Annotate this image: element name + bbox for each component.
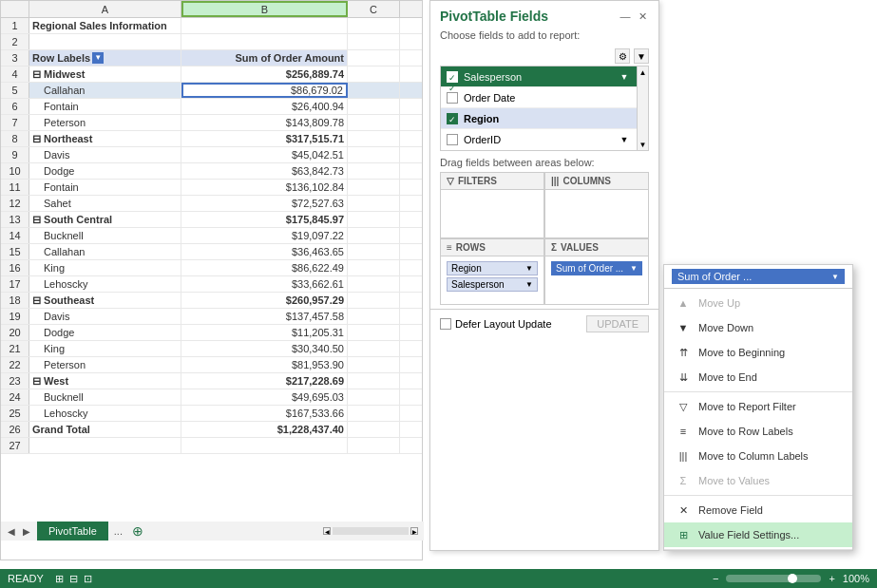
cm-value-field-settings[interactable]: ⊞ Value Field Settings... <box>664 522 852 547</box>
field-name-orderid: OrderID <box>464 134 618 145</box>
drag-text: Drag fields between areas below: <box>430 151 658 172</box>
value-field-settings-icon: ⊞ <box>676 527 691 542</box>
pivot-subtext: Choose fields to add to report: <box>430 28 658 47</box>
area-header-values: Σ VALUES <box>545 239 648 256</box>
area-header-rows: ≡ ROWS <box>441 239 543 256</box>
cm-move-down-label: Move Down <box>698 322 753 333</box>
row-labels-filter-icon[interactable]: ▼ <box>92 52 104 64</box>
remove-field-icon: ✕ <box>676 503 691 518</box>
col-header-b: B <box>181 1 348 17</box>
field-dropdown-orderid[interactable]: ▼ <box>618 133 631 146</box>
pivot-area-values: Σ VALUES Sum of Order ... ▼ <box>544 238 649 305</box>
rows-tag-region[interactable]: Region ▼ <box>447 261 538 275</box>
table-row: 4 ⊟ Midwest $256,889.74 <box>1 66 422 83</box>
table-row: 14 Bucknell $19,097.22 <box>1 228 422 244</box>
pivot-title: PivotTable Fields <box>440 9 548 24</box>
cm-move-up-label: Move Up <box>698 297 740 309</box>
status-zoom-in[interactable]: + <box>829 573 834 584</box>
pivot-areas: ▽ FILTERS ||| COLUMNS ≡ ROWS Region ▼ <box>440 172 649 305</box>
area-label-columns: COLUMNS <box>562 176 611 186</box>
col-header-a: A <box>29 1 181 17</box>
values-tag-sum[interactable]: Sum of Order ... ▼ <box>551 261 642 275</box>
field-region[interactable]: ✓ Region <box>441 108 637 129</box>
pivot-area-columns: ||| COLUMNS <box>544 172 649 238</box>
tab-nav: ◀ ▶ <box>1 524 37 538</box>
cm-remove-field[interactable]: ✕ Remove Field <box>664 498 852 522</box>
report-filter-icon: ▽ <box>676 399 691 414</box>
pivot-header-icons: — ✕ <box>619 9 649 23</box>
cm-move-beginning[interactable]: ⇈ Move to Beginning <box>664 340 852 365</box>
values-move-icon: Σ <box>676 473 691 488</box>
table-row: 15 Callahan $36,463.65 <box>1 244 422 260</box>
update-button[interactable]: UPDATE <box>586 315 649 332</box>
field-name-region: Region <box>464 113 631 124</box>
cm-move-to-values[interactable]: Σ Move to Values <box>664 468 852 493</box>
cm-move-up[interactable]: ▲ Move Up <box>664 291 852 315</box>
move-down-icon: ▼ <box>676 320 691 335</box>
minimize-icon[interactable]: — <box>619 9 632 23</box>
column-labels-icon: ||| <box>676 448 691 464</box>
scroll-left-btn[interactable]: ◀ <box>323 527 331 535</box>
cm-remove-field-label: Remove Field <box>698 504 763 516</box>
rows-tag-salesperson[interactable]: Salesperson ▼ <box>447 277 538 292</box>
field-name-salesperson: Salesperson <box>464 71 618 83</box>
table-row: 10 Dodge $63,842.73 <box>1 163 422 180</box>
table-row: 7 Peterson $143,809.78 <box>1 115 422 131</box>
gear-icon[interactable]: ⚙ <box>615 48 630 64</box>
cm-move-down[interactable]: ▼ Move Down <box>664 315 852 340</box>
close-icon[interactable]: ✕ <box>636 9 649 23</box>
pivot-area-filters: ▽ FILTERS <box>440 172 544 238</box>
defer-checkbox-box <box>440 318 451 330</box>
table-row: 9 Davis $45,042.51 <box>1 147 422 163</box>
cm-move-end[interactable]: ⇊ Move to End <box>664 365 852 389</box>
scroll-up-icon[interactable]: ▲ <box>638 66 648 78</box>
pivot-area-rows: ≡ ROWS Region ▼ Salesperson ▼ <box>440 238 544 305</box>
row-labels-icon: ≡ <box>676 424 691 439</box>
dropdown-icon[interactable]: ▼ <box>634 48 649 64</box>
cm-move-end-label: Move to End <box>698 371 757 383</box>
scroll-right-btn[interactable]: ▶ <box>410 527 418 535</box>
table-row: 20 Dodge $11,205.31 <box>1 325 422 341</box>
filter-icon: ▽ <box>447 176 454 186</box>
cm-move-to-row-labels[interactable]: ≡ Move to Row Labels <box>664 419 852 444</box>
status-zoom-out[interactable]: − <box>713 573 718 584</box>
tab-bar: ◀ ▶ PivotTable ... ⊕ ◀ ▶ <box>1 522 424 541</box>
tab-nav-right[interactable]: ▶ <box>20 524 33 538</box>
add-sheet-button[interactable]: ⊕ <box>132 523 143 539</box>
field-dropdown-salesperson[interactable]: ▼ <box>618 70 631 84</box>
pivot-bottom: Defer Layout Update UPDATE <box>430 309 658 338</box>
tab-nav-left[interactable]: ◀ <box>5 524 18 538</box>
area-label-rows: ROWS <box>456 242 486 253</box>
table-row: 17 Lehoscky $33,662.61 <box>1 276 422 293</box>
cm-field-tag[interactable]: Sum of Order ... ▼ <box>672 269 845 284</box>
table-row: 26 Grand Total $1,228,437.40 <box>1 422 422 438</box>
horizontal-scrollbar[interactable] <box>333 527 409 535</box>
area-header-filters: ▽ FILTERS <box>441 173 543 190</box>
defer-layout-update[interactable]: Defer Layout Update <box>440 318 552 330</box>
area-content-filters <box>441 190 543 198</box>
cm-move-to-column-labels[interactable]: ||| Move to Column Labels <box>664 444 852 468</box>
field-checkbox-orderid <box>447 134 458 145</box>
status-bar-right: − + 100% <box>713 573 869 584</box>
spreadsheet: A B C 1 Regional Sales Information 2 3 R… <box>0 0 423 560</box>
status-zoom-level: 100% <box>843 573 869 584</box>
tag-arrow-region: ▼ <box>525 264 533 273</box>
table-row: 13 ⊟ South Central $175,845.97 <box>1 212 422 228</box>
cm-section-actions: ✕ Remove Field ⊞ Value Field Settings... <box>664 496 852 550</box>
move-beginning-icon: ⇈ <box>676 345 691 360</box>
pivot-fields-header: ⚙ ▼ <box>430 47 658 66</box>
field-orderid[interactable]: OrderID ▼ <box>441 129 637 150</box>
field-checkbox-salesperson: ✓ <box>447 71 458 83</box>
cm-move-to-report-filter[interactable]: ▽ Move to Report Filter <box>664 394 852 419</box>
scroll-down-icon[interactable]: ▼ <box>638 139 648 150</box>
cm-move-to-column-labels-label: Move to Column Labels <box>698 450 809 462</box>
columns-icon: ||| <box>551 176 559 186</box>
table-row: 24 Bucknell $49,695.03 <box>1 389 422 406</box>
pivot-panel-header: PivotTable Fields — ✕ <box>430 1 658 28</box>
field-orderdate[interactable]: Order Date <box>441 87 637 108</box>
tab-pivottable[interactable]: PivotTable <box>37 522 108 541</box>
status-bar: READY ⊞ ⊟ ⊡ − + 100% <box>0 569 877 588</box>
zoom-slider[interactable] <box>726 575 821 582</box>
field-salesperson[interactable]: ✓ Salesperson ▼ <box>441 66 637 87</box>
fields-list-container: ✓ Salesperson ▼ Order Date ✓ Region Orde… <box>440 66 649 151</box>
